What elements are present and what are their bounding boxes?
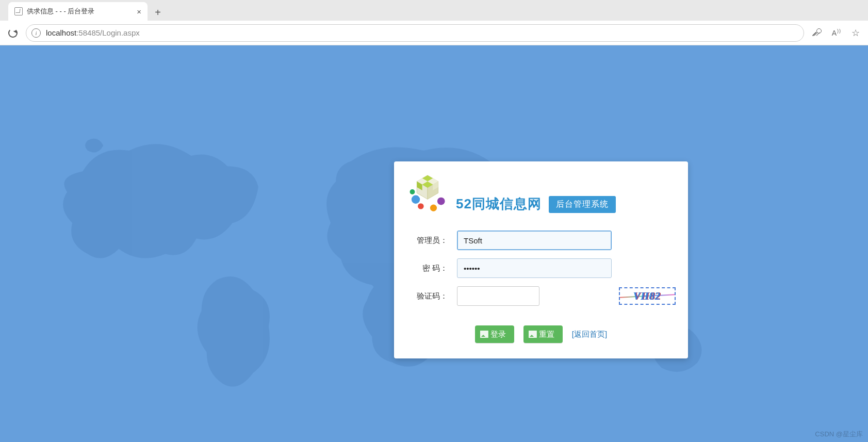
captcha-label: 验证码： (406, 291, 448, 301)
image-icon (480, 331, 488, 338)
svg-point-0 (412, 195, 420, 204)
return-home-link[interactable]: [返回首页] (572, 330, 607, 339)
tab-title: 供求信息 - - - 后台登录 (27, 7, 94, 16)
site-logo (406, 171, 449, 213)
admin-label: 管理员： (406, 236, 448, 245)
browser-tab-strip: 供求信息 - - - 后台登录 × + (0, 0, 868, 21)
image-icon (529, 331, 537, 338)
reset-button[interactable]: 重置 (523, 325, 563, 343)
close-tab-icon[interactable]: × (137, 7, 141, 16)
favorite-icon[interactable]: ☆ (851, 27, 860, 39)
admin-input[interactable] (457, 231, 612, 250)
login-button[interactable]: 登录 (475, 325, 514, 343)
browser-tab[interactable]: 供求信息 - - - 后台登录 × (8, 2, 148, 21)
password-label: 密 码： (406, 264, 448, 273)
captcha-image[interactable]: VH82 (619, 287, 676, 305)
svg-point-1 (418, 203, 423, 209)
site-title: 52同城信息网 (456, 195, 542, 213)
browser-toolbar: i localhost:58485/Login.aspx A)) ☆ (0, 21, 868, 45)
password-input[interactable] (457, 258, 612, 278)
page-icon (14, 7, 23, 15)
read-aloud-icon[interactable]: A)) (832, 28, 841, 37)
refresh-icon[interactable] (8, 28, 18, 38)
svg-point-2 (430, 205, 437, 211)
new-tab-button[interactable]: + (150, 4, 166, 21)
site-info-icon[interactable]: i (31, 28, 41, 38)
svg-point-4 (410, 189, 415, 194)
passwords-icon[interactable] (812, 28, 822, 38)
login-panel: 52同城信息网 后台管理系统 管理员： 密 码： 验证码： VH82 登录 (394, 161, 688, 358)
page-body: 52同城信息网 后台管理系统 管理员： 密 码： 验证码： VH82 登录 (0, 45, 868, 442)
url-text: localhost:58485/Login.aspx (46, 28, 140, 37)
watermark: CSDN @星尘库 (815, 430, 863, 439)
captcha-input[interactable] (457, 286, 539, 306)
address-bar[interactable]: i localhost:58485/Login.aspx (26, 24, 804, 42)
subtitle-badge: 后台管理系统 (549, 196, 616, 213)
svg-point-3 (437, 198, 445, 205)
